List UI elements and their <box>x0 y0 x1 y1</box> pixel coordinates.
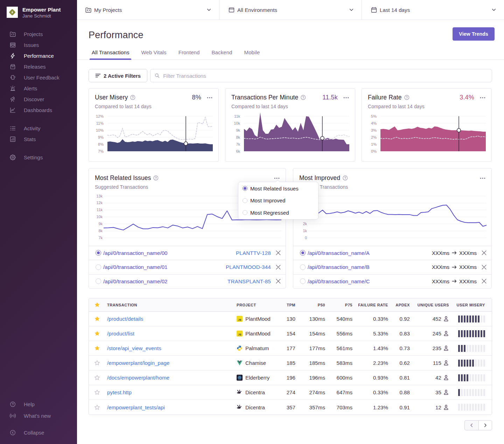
question-circle-icon[interactable] <box>130 95 135 100</box>
tab-backend[interactable]: Backend <box>209 49 234 60</box>
close-icon[interactable] <box>276 279 281 284</box>
star-toggle[interactable] <box>89 375 103 381</box>
previous-page-button[interactable] <box>464 420 478 430</box>
transaction-link[interactable]: /product/details <box>107 316 143 322</box>
radio-button[interactable] <box>96 250 101 256</box>
star-header-icon[interactable] <box>89 302 103 308</box>
sidebar-item-dashboards[interactable]: Dashboards <box>0 105 77 116</box>
issue-link[interactable]: TRANSPLANT-85 <box>227 278 271 284</box>
radio-button[interactable] <box>300 264 306 270</box>
project-cell[interactable]: JS PlantMood <box>237 331 275 337</box>
sidebar-item-help[interactable]: Help <box>0 398 77 410</box>
p50-value: 130ms <box>297 316 327 322</box>
date-range-filter[interactable]: Last 14 days <box>362 0 504 20</box>
tab-mobile[interactable]: Mobile <box>242 49 262 60</box>
menu-item-most-improved[interactable]: Most Improved <box>238 195 318 207</box>
project-cell[interactable]: JS Dicentra <box>237 404 275 410</box>
active-filters-button[interactable]: 2 Active Filters <box>89 69 147 82</box>
project-cell[interactable]: JS Palmatum <box>237 345 275 351</box>
column-header-user-misery[interactable]: USER MISERY <box>451 303 492 307</box>
tab-frontend[interactable]: Frontend <box>176 49 202 60</box>
sidebar-item-projects[interactable]: Projects <box>0 29 77 40</box>
ellipsis-menu-button[interactable] <box>479 94 486 101</box>
arrow-right-icon <box>452 265 457 269</box>
radio-button[interactable] <box>300 250 306 256</box>
column-header-p50[interactable]: P50 <box>297 303 327 307</box>
question-circle-icon[interactable] <box>153 175 159 181</box>
ellipsis-menu-button[interactable] <box>479 175 486 182</box>
radio-button[interactable] <box>96 264 101 270</box>
column-header-apdex[interactable]: APDEX <box>390 303 412 307</box>
column-header-unique-users[interactable]: UNIQUE USERS <box>412 303 451 307</box>
transaction-link[interactable]: /api/0/transaction_name/A <box>308 250 370 256</box>
menu-item-most-related-issues[interactable]: Most Related Issues <box>238 182 318 195</box>
transaction-link[interactable]: pytest.http <box>107 389 132 395</box>
sidebar-item-releases[interactable]: Releases <box>0 61 77 72</box>
sidebar-item-user-feedback[interactable]: User Feedback <box>0 72 77 83</box>
sidebar-item-performance[interactable]: Performance <box>0 50 77 61</box>
view-trends-button[interactable]: View Trends <box>453 27 495 41</box>
sidebar-item-discover[interactable]: Discover <box>0 94 77 105</box>
transaction-link[interactable]: /api/0/transaction_name/B <box>308 264 370 270</box>
column-header-p75[interactable]: P75 <box>327 303 354 307</box>
search-input[interactable] <box>150 69 492 82</box>
project-name: Elderberry <box>245 375 270 381</box>
close-icon[interactable] <box>482 265 486 270</box>
environment-filter[interactable]: All Environments <box>219 0 362 20</box>
column-header-failure-rate[interactable]: FAILURE RATE <box>354 303 390 307</box>
question-circle-icon[interactable] <box>301 95 306 100</box>
transaction-link[interactable]: /api/0/transaction_name/C <box>308 278 370 284</box>
transaction-link[interactable]: /api/0/transaction_name/02 <box>103 278 168 284</box>
sidebar-item-alerts[interactable]: Alerts <box>0 83 77 94</box>
radio-button[interactable] <box>96 278 101 284</box>
sidebar-item-collapse[interactable]: Collapse <box>0 427 77 438</box>
project-cell[interactable]: JS PlantMood <box>237 316 275 322</box>
tab-all-transactions[interactable]: All Transactions <box>90 49 131 60</box>
menu-item-most-regressed[interactable]: Most Regressed <box>238 207 318 219</box>
project-filter[interactable]: My Projects <box>77 0 219 20</box>
close-icon[interactable] <box>482 250 486 255</box>
transaction-link[interactable]: /api/0/transaction_name/00 <box>103 250 168 256</box>
star-toggle[interactable] <box>89 360 103 366</box>
close-icon[interactable] <box>276 265 281 270</box>
star-toggle[interactable] <box>89 316 103 322</box>
sidebar-item-stats[interactable]: Stats <box>0 134 77 145</box>
question-circle-icon[interactable] <box>343 175 348 181</box>
project-cell[interactable]: JS Elderberry <box>237 375 275 381</box>
project-cell[interactable]: JS Chamise <box>237 360 275 366</box>
transaction-link[interactable]: /empowerplant/login_page <box>107 360 169 366</box>
org-switcher[interactable]: Empower Plant Jane Schmidt <box>0 0 77 19</box>
issue-link[interactable]: PLANTTV-128 <box>236 250 271 256</box>
transaction-link[interactable]: /docs/empowerplant/home <box>107 375 169 381</box>
ellipsis-menu-button[interactable] <box>206 94 213 101</box>
sidebar-item-label: Performance <box>24 53 54 59</box>
project-cell[interactable]: JS Dicentra <box>237 389 275 395</box>
transaction-link[interactable]: /empowerplant_tests/api <box>107 404 165 410</box>
column-header-project[interactable]: PROJECT <box>237 303 275 307</box>
close-icon[interactable] <box>276 250 281 255</box>
ellipsis-menu-button[interactable] <box>343 94 350 101</box>
transaction-link[interactable]: /product/list <box>107 331 134 337</box>
transaction-link[interactable]: /store/api_view_events <box>107 345 161 351</box>
help-icon <box>10 401 16 407</box>
star-toggle[interactable] <box>89 389 103 395</box>
sidebar-item-whats-new[interactable]: What's new <box>0 410 77 422</box>
sidebar-item-issues[interactable]: Issues <box>0 40 77 50</box>
star-toggle[interactable] <box>89 331 103 337</box>
column-header-transaction[interactable]: TRANSACTION <box>103 303 237 307</box>
star-toggle[interactable] <box>89 345 103 351</box>
star-toggle[interactable] <box>89 404 103 410</box>
close-icon[interactable] <box>482 279 486 284</box>
transaction-link[interactable]: /api/0/transaction_name/01 <box>103 264 168 270</box>
user-icon <box>443 389 449 395</box>
question-circle-icon[interactable] <box>404 95 410 100</box>
radio-button[interactable] <box>300 278 306 284</box>
column-header-tpm[interactable]: TPM <box>275 303 297 307</box>
misery-bar <box>483 315 485 322</box>
tab-web-vitals[interactable]: Web Vitals <box>139 49 168 60</box>
next-page-button[interactable] <box>478 420 492 430</box>
sidebar-item-settings[interactable]: Settings <box>0 152 77 163</box>
issue-link[interactable]: PLANTMOOD-344 <box>226 264 271 270</box>
sidebar-item-activity[interactable]: Activity <box>0 123 77 134</box>
svg-text:4%: 4% <box>371 121 377 125</box>
